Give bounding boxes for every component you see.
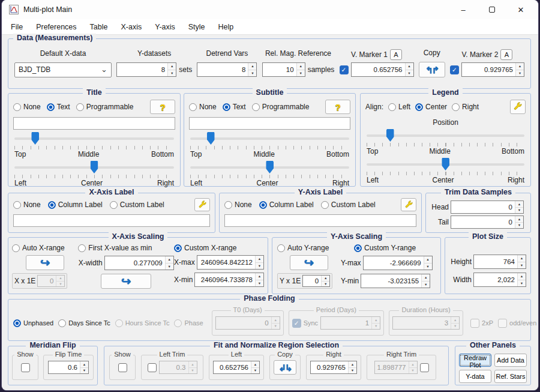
copy-auto-x-range-button[interactable]: ↪	[26, 255, 64, 270]
spinner-buttons[interactable]	[56, 276, 64, 286]
slider-handle[interactable]	[266, 161, 274, 173]
v-marker1-spinbox[interactable]: 0.652756	[351, 62, 414, 77]
spinner-buttons[interactable]	[515, 63, 524, 76]
spinner-buttons[interactable]	[296, 63, 305, 76]
slider-handle[interactable]	[386, 129, 394, 142]
x-label-style-button[interactable]	[194, 198, 210, 211]
menu-preferences[interactable]: Preferences	[29, 21, 83, 33]
ref-stars-button[interactable]: Ref. Stars	[494, 370, 527, 383]
fit-show-checkbox[interactable]	[118, 363, 127, 372]
title-vertical-position-slider[interactable]: Top Middle Bottom	[14, 132, 174, 158]
add-data-button[interactable]: Add Data	[494, 354, 527, 367]
x-scale-custom-radio[interactable]: Custom X-range	[174, 244, 264, 252]
subtitle-option-text[interactable]: Text	[223, 103, 246, 111]
subtitle-vertical-position-slider[interactable]: Top Middle Bottom	[190, 132, 349, 158]
title-option-text[interactable]: Text	[47, 103, 70, 111]
y-label-style-button[interactable]	[401, 198, 416, 211]
menu-style[interactable]: Style	[182, 21, 212, 33]
subtitle-option-programmable[interactable]: Programmable	[252, 103, 310, 111]
copy-auto-y-range-button[interactable]: ↪	[290, 255, 328, 270]
menu-x-axis[interactable]: X-axis	[114, 21, 148, 33]
title-option-programmable[interactable]: Programmable	[76, 103, 134, 111]
title-text-input[interactable]	[13, 117, 175, 130]
spinner-buttons[interactable]	[255, 273, 263, 286]
legend-align-center[interactable]: Center	[415, 103, 447, 111]
spinner-buttons[interactable]	[421, 274, 430, 288]
phase-option-unphased[interactable]: Unphased	[13, 319, 53, 327]
x-width-spinbox[interactable]: 0.277009	[104, 256, 174, 270]
title-horizontal-position-slider[interactable]: Left Center Right	[14, 161, 174, 187]
legend-vertical-position-slider[interactable]: Top Middle Bottom	[367, 129, 524, 155]
y-datasets-spinbox[interactable]: 8	[116, 62, 176, 77]
x-label-option-none[interactable]: None	[13, 201, 41, 209]
spinner-buttons[interactable]	[517, 255, 526, 268]
y-data-button[interactable]: Y-data	[459, 370, 491, 383]
spinner-buttons[interactable]	[255, 256, 263, 269]
v-marker1-checkbox[interactable]	[340, 65, 349, 74]
subtitle-text-input[interactable]	[189, 117, 350, 130]
redraw-plot-button[interactable]: Redraw Plot	[459, 354, 491, 367]
slider-handle[interactable]	[207, 132, 215, 145]
flip-time-spinbox[interactable]: 0.6	[48, 361, 89, 374]
spinner-buttons[interactable]	[515, 201, 523, 213]
copy-markers-button[interactable]: ↰↱	[419, 62, 445, 77]
slider-handle[interactable]	[31, 132, 39, 145]
v-marker2-auto-button[interactable]: A	[500, 49, 512, 60]
v-marker1-auto-button[interactable]: A	[390, 49, 402, 60]
subtitle-horizontal-position-slider[interactable]: Left Center Right	[190, 161, 349, 187]
tail-trim-spinbox[interactable]: 0	[451, 216, 524, 229]
right-trim-checkbox[interactable]	[420, 363, 429, 372]
meridian-show-checkbox[interactable]	[21, 363, 30, 372]
copy-x-width-button[interactable]: ↪	[101, 274, 151, 289]
plot-height-spinbox[interactable]: 764	[473, 255, 526, 269]
maximize-button[interactable]	[481, 1, 503, 18]
y-exponent-spinbox[interactable]: 0	[302, 275, 330, 287]
v-marker2-spinbox[interactable]: 0.929765	[461, 62, 524, 77]
y-max-spinbox[interactable]: -2.966699	[363, 256, 433, 270]
x-scale-auto-radio[interactable]: Auto X-range	[12, 244, 65, 252]
fit-right-spinbox[interactable]: 0.929765	[310, 361, 357, 374]
spinner-buttons[interactable]	[80, 361, 88, 373]
x-label-option-custom[interactable]: Custom Label	[110, 201, 164, 209]
x-min-spinbox[interactable]: 2460964.733878	[194, 273, 264, 287]
y-label-option-custom[interactable]: Custom Label	[321, 201, 376, 209]
spinner-buttons[interactable]	[167, 63, 176, 76]
x-max-spinbox[interactable]: 2460964.842212	[197, 255, 264, 270]
slider-handle[interactable]	[91, 161, 98, 173]
spinner-buttons[interactable]	[348, 361, 356, 373]
rel-mag-reference-spinbox[interactable]: 10	[262, 62, 305, 77]
y-axis-label-input[interactable]	[224, 214, 416, 227]
v-marker2-checkbox[interactable]	[450, 65, 459, 74]
x-label-option-column[interactable]: Column Label	[48, 201, 103, 209]
detrend-vars-spinbox[interactable]: 8	[197, 62, 257, 77]
phase-option-days-since-tc[interactable]: Days Since Tc	[58, 319, 110, 327]
title-help-button[interactable]: ?	[150, 100, 175, 114]
default-x-data-select[interactable]: BJD_TDB ⌄	[14, 62, 112, 77]
subtitle-option-none[interactable]: None	[189, 103, 217, 111]
menu-y-axis[interactable]: Y-axis	[148, 21, 182, 33]
spinner-buttons[interactable]	[251, 361, 259, 373]
spinner-buttons[interactable]	[321, 276, 329, 286]
y-min-spinbox[interactable]: -3.023155	[361, 274, 430, 288]
x-axis-label-input[interactable]	[13, 214, 210, 227]
legend-style-button[interactable]	[510, 100, 526, 114]
legend-align-left[interactable]: Left	[388, 103, 410, 111]
spinner-buttons[interactable]	[248, 63, 256, 76]
menu-help[interactable]: Help	[212, 21, 241, 33]
slider-handle[interactable]	[442, 158, 449, 170]
y-label-option-none[interactable]: None	[224, 201, 252, 209]
head-trim-spinbox[interactable]: 0	[451, 201, 524, 214]
spinner-buttons[interactable]	[517, 273, 526, 286]
minimize-button[interactable]: –	[452, 1, 475, 18]
menu-table[interactable]: Table	[83, 21, 115, 33]
legend-align-right[interactable]: Right	[452, 103, 479, 111]
y-label-option-column[interactable]: Column Label	[259, 201, 314, 209]
left-trim-checkbox[interactable]	[148, 363, 157, 372]
copy-markers-to-fit-button[interactable]: ↲↳	[274, 360, 296, 375]
subtitle-help-button[interactable]: ?	[325, 100, 350, 114]
legend-horizontal-position-slider[interactable]: Left Center Right	[367, 158, 524, 184]
close-button[interactable]: ✕	[509, 1, 532, 18]
spinner-buttons[interactable]	[405, 63, 413, 76]
spinner-buttons[interactable]	[165, 256, 173, 270]
y-scale-auto-radio[interactable]: Auto Y-range	[277, 244, 329, 252]
